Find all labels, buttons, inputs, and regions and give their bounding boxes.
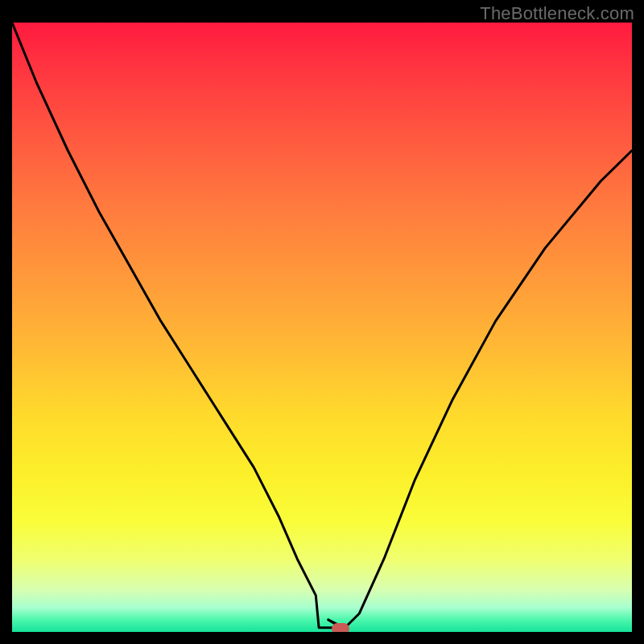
plot-area (12, 23, 632, 632)
chart-frame: TheBottleneck.com (0, 0, 644, 644)
curve-layer (12, 23, 632, 632)
watermark-text: TheBottleneck.com (480, 3, 634, 24)
bottleneck-curve (12, 23, 632, 629)
optimal-point-marker (332, 623, 349, 632)
